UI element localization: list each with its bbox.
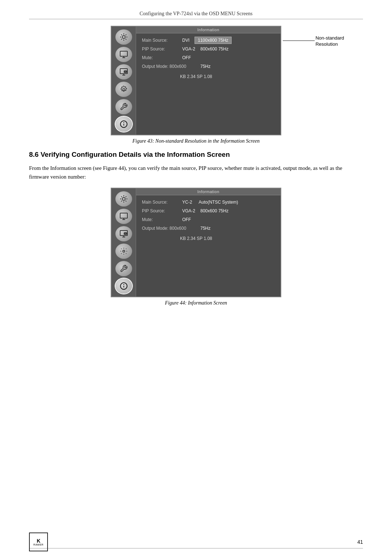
- svg-point-0: [122, 36, 125, 38]
- section-title: Verifying Configuration Details via the …: [41, 151, 230, 158]
- osd-row-mute-fig43: Mute: OFF: [142, 55, 275, 60]
- osd-value-output-fig43: 75Hz: [200, 64, 211, 69]
- osd-value-ntsc-fig44: Auto(NTSC System): [199, 200, 238, 205]
- osd-icon-pip-f44: [115, 226, 132, 241]
- osd-row-output-fig44: Output Mode: 800x600 75Hz: [142, 226, 275, 231]
- page-header: Configuring the VP-724xl via the OSD MEN…: [29, 11, 363, 19]
- osd-icon-tools: [115, 99, 132, 114]
- osd-label-mute-fig43: Mute:: [142, 55, 180, 60]
- osd-main-fig44: Information Main Source: YC-2 Auto(NTSC …: [136, 188, 281, 297]
- kramer-logo-k: K: [37, 538, 40, 543]
- osd-content-fig44: Main Source: YC-2 Auto(NTSC System) PIP …: [136, 195, 281, 245]
- osd-value-output-fig44: 75Hz: [200, 226, 211, 231]
- osd-row-output-fig43: Output Mode: 800x600 75Hz: [142, 64, 275, 69]
- osd-label-output-fig43: Output Mode: 800x600: [142, 64, 198, 69]
- osd-screen-fig43: Information Main Source: DVI 1100x800 75…: [111, 26, 281, 135]
- svg-rect-35: [124, 233, 127, 234]
- osd-sidebar-fig43: [111, 26, 136, 135]
- osd-label-pip-fig44: PIP Source:: [142, 208, 180, 213]
- svg-point-38: [123, 250, 125, 252]
- osd-icon-info: [115, 117, 132, 132]
- osd-value-mute-fig43: OFF: [182, 55, 191, 60]
- osd-icon-tools-f44: [115, 261, 132, 276]
- svg-rect-31: [120, 213, 127, 218]
- svg-line-30: [121, 201, 122, 201]
- svg-rect-9: [120, 51, 127, 56]
- osd-row-mute-fig44: Mute: OFF: [142, 217, 275, 222]
- osd-value-pip-res-fig44: 800x600 75Hz: [200, 208, 228, 213]
- svg-line-8: [121, 39, 122, 40]
- osd-sidebar-fig44: [111, 188, 136, 297]
- page-content: Configuring the VP-724xl via the OSD MEN…: [0, 0, 392, 334]
- osd-icon-brightness-f44: [115, 191, 132, 207]
- svg-rect-13: [124, 71, 127, 73]
- osd-icon-brightness: [115, 29, 132, 45]
- header-text: Configuring the VP-724xl via the OSD MEN…: [139, 11, 252, 16]
- osd-label-main-source-fig43: Main Source:: [142, 38, 180, 43]
- osd-icon-pip: [115, 64, 132, 79]
- osd-icon-monitor-f44: [115, 209, 132, 224]
- fig43-caption: Figure 43: Non-standard Resolution in th…: [29, 138, 363, 144]
- svg-line-28: [125, 201, 126, 201]
- osd-value-yc2-fig44: YC-2: [182, 200, 192, 205]
- callout-nonstandard: Non-standardResolution: [315, 35, 344, 48]
- svg-line-27: [121, 196, 122, 197]
- osd-value-box-fig43: 1100x800 75Hz: [195, 37, 232, 44]
- kramer-logo-ramer: RAMER: [33, 543, 44, 546]
- osd-content-fig43: Main Source: DVI 1100x800 75Hz PIP Sourc…: [136, 33, 281, 83]
- kramer-logo-container: K RAMER: [29, 532, 48, 551]
- osd-value-pip-fig44: VGA-2: [182, 208, 195, 213]
- osd-row-main-source-fig43: Main Source: DVI 1100x800 75Hz: [142, 38, 275, 43]
- osd-label-output-fig44: Output Mode: 800x600: [142, 226, 198, 231]
- footer-divider: [29, 548, 363, 548]
- osd-screen-fig44: Information Main Source: YC-2 Auto(NTSC …: [111, 188, 281, 297]
- osd-value-pip-res-fig43: 800x600 75Hz: [200, 46, 228, 52]
- osd-icon-info-f44: [115, 278, 132, 294]
- svg-line-7: [125, 34, 126, 35]
- osd-row-pip-fig44: PIP Source: VGA-2 800x600 75Hz: [142, 208, 275, 213]
- osd-value-dvi-fig43: DVI: [182, 38, 189, 43]
- osd-title-fig43: Information: [136, 26, 281, 33]
- osd-row-main-source-fig44: Main Source: YC-2 Auto(NTSC System): [142, 200, 275, 205]
- svg-point-16: [123, 88, 125, 90]
- svg-line-29: [125, 196, 126, 197]
- section-heading: 8.6 Verifying Configuration Details via …: [29, 151, 363, 159]
- osd-icon-settings-f44: [115, 244, 132, 259]
- osd-label-pip-fig43: PIP Source:: [142, 46, 180, 52]
- osd-label-main-source-fig44: Main Source:: [142, 200, 180, 205]
- osd-icon-monitor: [115, 47, 132, 62]
- section-number: 8.6: [29, 151, 38, 158]
- osd-icon-settings: [115, 82, 132, 97]
- callout-label-text: Non-standardResolution: [315, 35, 344, 47]
- figure44-wrapper: Information Main Source: YC-2 Auto(NTSC …: [29, 188, 363, 297]
- svg-line-5: [121, 34, 122, 35]
- osd-firmware-fig44: KB 2.34 SP 1.08: [142, 236, 275, 241]
- osd-row-pip-fig43: PIP Source: VGA-2 800x600 75Hz: [142, 46, 275, 52]
- osd-title-fig44: Information: [136, 188, 281, 195]
- osd-value-mute-fig44: OFF: [182, 217, 191, 222]
- osd-label-mute-fig44: Mute:: [142, 217, 180, 222]
- kramer-logo: K RAMER: [29, 532, 48, 551]
- svg-line-6: [125, 39, 126, 40]
- fig44-caption: Figure 44: Information Screen: [29, 300, 363, 306]
- svg-point-22: [122, 197, 125, 200]
- figure43-wrapper: Information Main Source: DVI 1100x800 75…: [29, 26, 363, 135]
- osd-value-pip-fig43: VGA-2: [182, 46, 195, 52]
- page-number: 41: [357, 539, 363, 545]
- body-paragraph: From the Information screen (see Figure …: [29, 164, 363, 181]
- osd-main-fig43: Information Main Source: DVI 1100x800 75…: [136, 26, 281, 135]
- osd-firmware-fig43: KB 2.34 SP 1.08: [142, 74, 275, 79]
